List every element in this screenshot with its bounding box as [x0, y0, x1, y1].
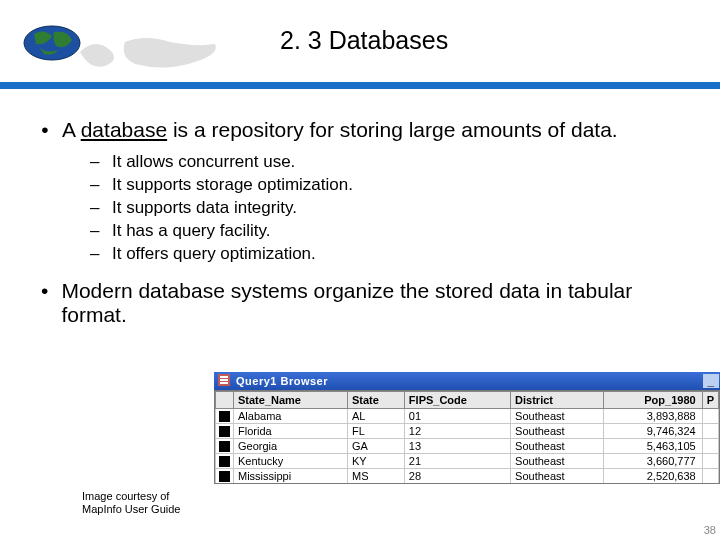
row-marker-icon: [219, 471, 230, 482]
table-row[interactable]: Alabama AL 01 Southeast 3,893,888: [216, 409, 719, 424]
underlined-term: database: [81, 118, 167, 141]
row-marker-icon: [219, 411, 230, 422]
header-divider: [0, 82, 720, 89]
image-credit: Image courtesy of MapInfo User Guide: [82, 490, 180, 516]
col-state[interactable]: State: [348, 392, 405, 409]
row-marker-icon: [219, 456, 230, 467]
table-row[interactable]: Florida FL 12 Southeast 9,746,324: [216, 424, 719, 439]
col-p[interactable]: P: [702, 392, 718, 409]
sub-bullet: –It supports storage optimization.: [90, 173, 692, 196]
bullet-2: • Modern database systems organize the s…: [28, 279, 692, 327]
window-icon: [218, 374, 232, 388]
table-row[interactable]: Kentucky KY 21 Southeast 3,660,777: [216, 454, 719, 469]
table-row[interactable]: Georgia GA 13 Southeast 5,463,105: [216, 439, 719, 454]
window-titlebar: Query1 Browser _: [214, 372, 720, 390]
sub-bullet: –It has a query facility.: [90, 219, 692, 242]
logo: [18, 10, 218, 72]
table-row[interactable]: Mississippi MS 28 Southeast 2,520,638: [216, 469, 719, 484]
col-fips[interactable]: FIPS_Code: [404, 392, 510, 409]
col-pop1980[interactable]: Pop_1980: [603, 392, 702, 409]
row-marker-icon: [219, 441, 230, 452]
table-header-row: State_Name State FIPS_Code District Pop_…: [216, 392, 719, 409]
page-number: 38: [704, 524, 716, 536]
window-title: Query1 Browser: [236, 375, 328, 387]
globe-icon: [22, 24, 82, 62]
slide-body: • A database is a repository for storing…: [0, 84, 720, 327]
data-grid: State_Name State FIPS_Code District Pop_…: [214, 390, 720, 484]
col-state-name[interactable]: State_Name: [234, 392, 348, 409]
svg-rect-4: [220, 379, 228, 381]
row-marker-icon: [219, 426, 230, 437]
sub-bullet-list: –It allows concurrent use. –It supports …: [90, 150, 692, 265]
sub-bullet: –It offers query optimization.: [90, 242, 692, 265]
sub-bullet: –It allows concurrent use.: [90, 150, 692, 173]
slide-title: 2. 3 Databases: [280, 26, 448, 55]
slide-header: 2. 3 Databases: [0, 0, 720, 84]
minimize-button[interactable]: _: [703, 374, 719, 388]
sub-bullet: –It supports data integrity.: [90, 196, 692, 219]
col-district[interactable]: District: [511, 392, 604, 409]
bullet-dot-icon: •: [28, 118, 62, 142]
world-map-shadow-icon: [74, 32, 226, 76]
bullet-dot-icon: •: [28, 279, 61, 327]
query-browser-window: Query1 Browser _ State_Name State FIPS_C…: [214, 372, 720, 484]
svg-rect-5: [220, 382, 228, 384]
svg-rect-3: [220, 376, 228, 378]
bullet-1: • A database is a repository for storing…: [28, 118, 692, 142]
select-all-header[interactable]: [216, 392, 234, 409]
